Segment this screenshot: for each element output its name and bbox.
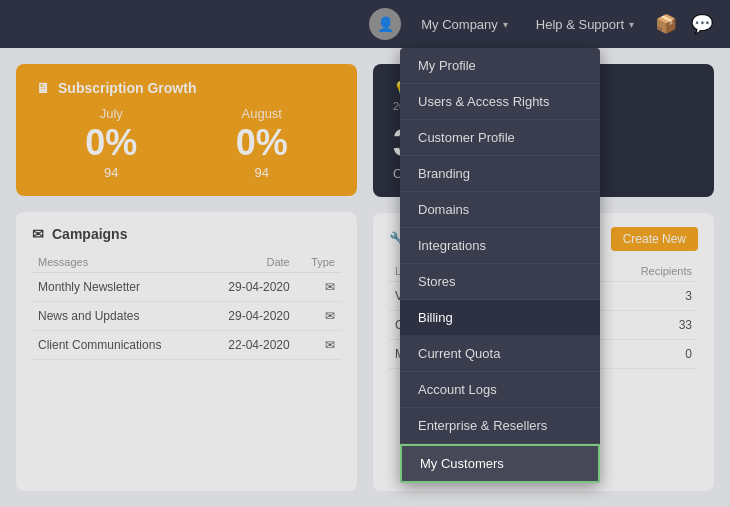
help-label: Help & Support	[536, 17, 624, 32]
top-nav: 👤 My Company ▾ Help & Support ▾ 📦 💬	[0, 0, 730, 48]
menu-item-branding[interactable]: Branding	[400, 156, 600, 192]
campaign-message: Monthly Newsletter	[32, 273, 203, 302]
col-recipients: Recipients	[588, 261, 698, 282]
menu-item-current-quota[interactable]: Current Quota	[400, 336, 600, 372]
subscription-title: 🖥 Subscription Growth	[36, 80, 337, 96]
company-label: My Company	[421, 17, 498, 32]
my-company-menu[interactable]: My Company ▾	[409, 11, 520, 38]
menu-item-stores[interactable]: Stores	[400, 264, 600, 300]
menu-item-my-profile[interactable]: My Profile	[400, 48, 600, 84]
month2-count: 94	[236, 165, 288, 180]
month1-pct: 0%	[85, 125, 137, 161]
campaigns-icon: ✉	[32, 226, 44, 242]
month1-label: July	[85, 106, 137, 121]
subscription-card: 🖥 Subscription Growth July 0% 94 August …	[16, 64, 357, 196]
month2-label: August	[236, 106, 288, 121]
campaign-date: 29-04-2020	[203, 273, 296, 302]
menu-item-account-logs[interactable]: Account Logs	[400, 372, 600, 408]
campaign-date: 29-04-2020	[203, 302, 296, 331]
chat-button[interactable]: 💬	[686, 8, 718, 40]
help-caret: ▾	[629, 19, 634, 30]
menu-item-customer-profile[interactable]: Customer Profile	[400, 120, 600, 156]
chat-icon: 💬	[691, 13, 713, 35]
table-row: News and Updates 29-04-2020 ✉	[32, 302, 341, 331]
avatar: 👤	[369, 8, 401, 40]
campaigns-table: Messages Date Type Monthly Newsletter 29…	[32, 252, 341, 360]
main-content: 🖥 Subscription Growth July 0% 94 August …	[0, 48, 730, 507]
menu-item-billing[interactable]: Billing	[400, 300, 600, 336]
create-new-button[interactable]: Create New	[611, 227, 698, 251]
col-type: Type	[296, 252, 341, 273]
menu-item-domains[interactable]: Domains	[400, 192, 600, 228]
menu-item-integrations[interactable]: Integrations	[400, 228, 600, 264]
campaigns-title: ✉ Campaigns	[32, 226, 341, 242]
campaign-type-icon: ✉	[296, 273, 341, 302]
help-support-menu[interactable]: Help & Support ▾	[524, 11, 646, 38]
month2-block: August 0% 94	[236, 106, 288, 180]
col-date: Date	[203, 252, 296, 273]
company-dropdown: My Profile Users & Access Rights Custome…	[400, 48, 600, 483]
gift-icon: 📦	[655, 13, 677, 35]
menu-item-enterprise-resellers[interactable]: Enterprise & Resellers	[400, 408, 600, 444]
campaign-message: News and Updates	[32, 302, 203, 331]
campaign-message: Client Communications	[32, 331, 203, 360]
menu-item-my-customers[interactable]: My Customers	[400, 444, 600, 483]
campaign-type-icon: ✉	[296, 302, 341, 331]
menu-item-users-access[interactable]: Users & Access Rights	[400, 84, 600, 120]
month2-pct: 0%	[236, 125, 288, 161]
left-column: 🖥 Subscription Growth July 0% 94 August …	[16, 64, 357, 491]
month1-block: July 0% 94	[85, 106, 137, 180]
months-row: July 0% 94 August 0% 94	[36, 106, 337, 180]
company-caret: ▾	[503, 19, 508, 30]
automation-recipients: 3	[588, 282, 698, 311]
table-row: Monthly Newsletter 29-04-2020 ✉	[32, 273, 341, 302]
campaign-type-icon: ✉	[296, 331, 341, 360]
subscription-icon: 🖥	[36, 80, 50, 96]
col-messages: Messages	[32, 252, 203, 273]
month1-count: 94	[85, 165, 137, 180]
campaign-date: 22-04-2020	[203, 331, 296, 360]
automation-recipients: 0	[588, 340, 698, 369]
automation-recipients: 33	[588, 311, 698, 340]
campaigns-card: ✉ Campaigns Messages Date Type Monthly N…	[16, 212, 357, 491]
gift-button[interactable]: 📦	[650, 8, 682, 40]
table-row: Client Communications 22-04-2020 ✉	[32, 331, 341, 360]
